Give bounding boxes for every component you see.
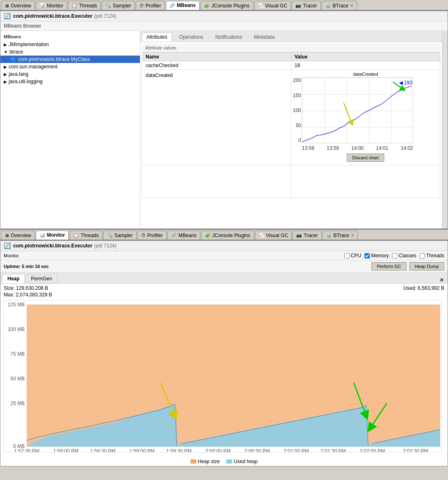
cpu-checkbox-label[interactable]: CPU — [344, 253, 361, 259]
tab-btrace-bottom[interactable]: 🔬 BTrace ✕ — [323, 231, 358, 240]
tracer-icon-bottom: 📷 — [296, 233, 302, 238]
tab-mbeans-top[interactable]: 🔗 MBeans — [166, 1, 200, 10]
tab-tracer-bottom[interactable]: 📷 Tracer — [292, 231, 321, 240]
tab-sampler-bottom[interactable]: 🔍 Sampler — [103, 231, 137, 240]
discard-btn-wrapper: Discard chart — [293, 154, 438, 162]
heap-tab-heap[interactable]: Heap — [2, 274, 25, 283]
collapse-arrow-btrace: ▼ — [4, 50, 8, 54]
tab-sampler-top[interactable]: 🔍 Sampler — [102, 1, 135, 10]
svg-text:2:00:30 PM: 2:00:30 PM — [244, 448, 269, 452]
jconsole-icon-top: 🧩 — [204, 3, 210, 8]
uptime-display: Uptime: 5 min 16 sec — [4, 263, 49, 269]
bottom-tab-bar: 🖥 Overview 📊 Monitor 📋 Threads 🔍 Sampler… — [0, 230, 448, 240]
memory-checkbox[interactable] — [364, 253, 370, 259]
tab-jconsole-bottom[interactable]: 🧩 JConsole Plugins — [201, 231, 254, 240]
monitor-checkboxes: CPU Memory Classes Threads — [344, 253, 444, 259]
content-tab-notifications[interactable]: Notifications — [211, 33, 246, 42]
content-scrollbar[interactable] — [442, 31, 448, 228]
top-main-layout: MBeans ▶ JMImplementation ▼ btrace 🔷 com… — [0, 31, 448, 228]
sampler-icon-top: 🔍 — [105, 3, 111, 8]
monitor-label: Monitor — [4, 253, 19, 258]
svg-text:75 MB: 75 MB — [10, 351, 25, 357]
attr-row-datacreated[interactable]: dataCreated dataCreated — [142, 70, 440, 165]
attr-name-datacreated: dataCreated — [142, 70, 291, 165]
tab-threads-top[interactable]: 📋 Threads — [68, 1, 101, 10]
perform-gc-button[interactable]: Perform GC — [371, 262, 406, 270]
svg-text:1:59:30 PM: 1:59:30 PM — [166, 448, 191, 452]
tree-item-jmimplementation[interactable]: ▶ JMImplementation — [0, 41, 140, 48]
cpu-checkbox[interactable] — [344, 253, 350, 259]
class-icon: 🔷 — [10, 56, 16, 62]
heap-tabs-bar: Heap PermGen ✕ — [0, 273, 448, 284]
heap-dump-button[interactable]: Heap Dump — [409, 262, 444, 270]
tree-item-myclss[interactable]: 🔷 com.piotrnowicki.btrace.MyClass — [0, 56, 140, 63]
content-tab-operations[interactable]: Operations — [175, 33, 208, 42]
discard-chart-button[interactable]: Discard chart — [347, 154, 384, 162]
heap-chart-svg: 125 MB 100 MB 75 MB 50 MB 25 MB 0 MB — [4, 300, 442, 452]
collapse-arrow-javalang: ▶ — [4, 72, 7, 77]
tab-overview-bottom[interactable]: 🖥 Overview — [1, 231, 35, 240]
tree-item-javautillogging[interactable]: ▶ java.util.logging — [0, 78, 140, 85]
svg-text:50 MB: 50 MB — [10, 376, 25, 382]
tab-visualgc-bottom[interactable]: 📈 Visual GC — [255, 231, 292, 240]
tab-profiler-bottom[interactable]: ⏱ Profiler — [137, 231, 167, 240]
attr-value-datacreated: dataCreated 200 150 100 50 — [291, 70, 440, 165]
classes-checkbox[interactable] — [392, 253, 397, 259]
visualgc-icon-bottom: 📈 — [259, 233, 265, 238]
tab-jconsole-top[interactable]: 🧩 JConsole Plugins — [200, 1, 253, 10]
top-panel-titlebar: 🔄 com.piotrnowicki.btrace.Executor (pid … — [0, 11, 448, 21]
classes-checkbox-label[interactable]: Classes — [392, 253, 416, 259]
tab-btrace-top[interactable]: 🔬 BTrace ✕ — [322, 1, 357, 10]
heap-max: Max: 2,074,083,328 B — [4, 292, 444, 298]
tracer-icon-top: 📷 — [295, 3, 301, 8]
svg-text:125 MB: 125 MB — [8, 302, 25, 308]
overview-icon-bottom: 🖥 — [5, 233, 9, 238]
col-name-header: Name — [142, 53, 291, 61]
col-value-header: Value — [291, 53, 440, 61]
tab-profiler-top[interactable]: ⏱ Profiler — [136, 1, 165, 10]
tab-overview-top[interactable]: 🖥 Overview — [1, 1, 35, 10]
content-tabs: Attributes | Operations | Notifications … — [140, 31, 442, 42]
tab-monitor-bottom[interactable]: 📊 Monitor — [36, 231, 69, 240]
threads-checkbox-label[interactable]: Threads — [420, 253, 444, 259]
tree-item-btrace[interactable]: ▼ btrace — [0, 48, 140, 56]
heap-panel-close[interactable]: ✕ — [438, 277, 446, 283]
profiler-icon-bottom: ⏱ — [141, 233, 146, 238]
tab-visualgc-top[interactable]: 📈 Visual GC — [254, 1, 291, 10]
tab-mbeans-bottom[interactable]: 🔗 MBeans — [167, 231, 200, 240]
tree-item-comsun[interactable]: ▶ com.sun.management — [0, 63, 140, 70]
memory-checkbox-label[interactable]: Memory — [364, 253, 389, 259]
attr-row-empty — [142, 165, 440, 198]
tab-monitor-top[interactable]: 📊 Monitor — [36, 1, 67, 10]
uptime-bar: Uptime: 5 min 16 sec Perform GC Heap Dum… — [0, 261, 448, 273]
chart-svg-wrapper: ◀ 193 — [302, 77, 413, 151]
tab-tracer-top[interactable]: 📷 Tracer — [292, 1, 320, 10]
btrace-close-bottom[interactable]: ✕ — [351, 233, 354, 238]
collapse-arrow-jmimpl: ▶ — [4, 42, 7, 47]
chart-x-labels: 13:58 13:59 14:00 14:01 14:02 — [302, 145, 413, 151]
btrace-icon-top: 🔬 — [325, 3, 331, 8]
tab-threads-bottom[interactable]: 📋 Threads — [70, 231, 102, 240]
reload-icon-top: 🔄 — [4, 13, 11, 19]
content-tab-attributes[interactable]: Attributes — [142, 33, 172, 42]
attr-row-cachechecked[interactable]: cacheChecked 18 — [142, 61, 440, 70]
threads-icon-bottom: 📋 — [73, 233, 79, 238]
content-tab-metadata[interactable]: Metadata — [249, 33, 279, 42]
legend-heapsize-icon — [190, 459, 196, 464]
mbeans-icon-top: 🔗 — [169, 3, 175, 8]
threads-icon-top: 📋 — [72, 3, 77, 8]
svg-text:1:58:30 PM: 1:58:30 PM — [90, 448, 115, 452]
reload-icon-bottom: 🔄 — [4, 242, 11, 249]
heap-tab-permgen[interactable]: PermGen — [26, 274, 57, 283]
legend-usedheap-icon — [226, 459, 232, 464]
threads-checkbox[interactable] — [420, 253, 425, 259]
attr-section-title: Attribute values — [142, 44, 440, 52]
svg-text:1:58:00 PM: 1:58:00 PM — [53, 448, 78, 452]
mbeans-sidebar: MBeans ▶ JMImplementation ▼ btrace 🔷 com… — [0, 31, 140, 228]
btrace-close-top[interactable]: ✕ — [350, 3, 353, 8]
heap-size: Size: 129,630,208 B — [4, 285, 48, 291]
svg-text:1:59:00 PM: 1:59:00 PM — [129, 448, 154, 452]
tree-item-javalang[interactable]: ▶ java.lang — [0, 70, 140, 78]
top-section: 🖥 Overview 📊 Monitor 📋 Threads 🔍 Sampler… — [0, 0, 448, 230]
heap-chart-area: 125 MB 100 MB 75 MB 50 MB 25 MB 0 MB — [0, 300, 448, 457]
